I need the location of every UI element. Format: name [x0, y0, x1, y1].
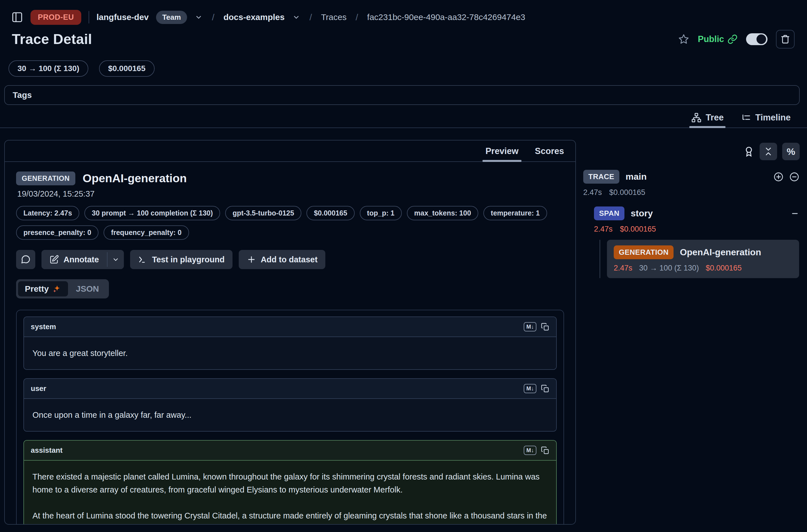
- generation-metrics: 2.47s 30 → 100 (Σ 130) $0.000165: [614, 264, 792, 272]
- message-role: assistant: [31, 446, 63, 455]
- panel-left-icon: [11, 11, 23, 23]
- sparkles-icon: [52, 284, 61, 293]
- trace-cost-badge: $0.000165: [99, 60, 154, 77]
- breadcrumb: PROD-EU langfuse-dev Team / docs-example…: [0, 0, 807, 26]
- observation-preview-panel: Preview Scores GENERATION OpenAI-generat…: [4, 140, 576, 525]
- comment-icon: [21, 254, 31, 265]
- breadcrumb-trace-id: fac231bc-90ee-490a-aa32-78c4269474e3: [367, 13, 525, 22]
- latency-chip: Latency: 2.47s: [16, 206, 79, 220]
- max-tokens-chip: max_tokens: 100: [407, 206, 478, 220]
- trace-type-badge: TRACE: [583, 170, 619, 184]
- observation-title: OpenAI-generation: [83, 172, 187, 185]
- environment-badge: PROD-EU: [31, 10, 81, 25]
- public-toggle[interactable]: [746, 33, 768, 45]
- zoom-out-icon[interactable]: [789, 171, 800, 182]
- public-share-label[interactable]: Public: [698, 34, 737, 44]
- presence-penalty-chip: presence_penalty: 0: [16, 225, 98, 240]
- copy-icon[interactable]: [541, 323, 549, 331]
- message-role: system: [31, 322, 56, 331]
- format-json-button[interactable]: JSON: [68, 281, 107, 297]
- message-text: There existed a majestic planet called L…: [33, 470, 548, 496]
- message-text: You are a great storyteller.: [33, 347, 548, 360]
- format-pretty-button[interactable]: Pretty: [18, 281, 68, 297]
- annotate-dropdown-button[interactable]: [108, 250, 124, 269]
- tab-scores[interactable]: Scores: [535, 146, 564, 162]
- observation-metadata-chips: Latency: 2.47s 30 prompt → 100 completio…: [16, 206, 564, 240]
- message-text: Once upon a time in a galaxy far, far aw…: [33, 408, 548, 421]
- generation-type-badge: GENERATION: [614, 245, 674, 259]
- tree-icon: [691, 112, 702, 123]
- trace-metrics: 2.47s $0.000165: [583, 188, 800, 197]
- tab-tree[interactable]: Tree: [691, 112, 724, 128]
- message-role: user: [31, 384, 46, 393]
- tags-container[interactable]: Tags: [4, 85, 800, 105]
- top-p-chip: top_p: 1: [360, 206, 402, 220]
- model-chip[interactable]: gpt-3.5-turbo-0125: [225, 206, 301, 220]
- star-icon: [678, 34, 689, 45]
- tab-timeline[interactable]: Timeline: [741, 112, 791, 128]
- breadcrumb-separator: /: [212, 12, 214, 23]
- message-card-user: user M↓ Once upon a time in a galaxy far…: [23, 378, 557, 432]
- toggle-knob: [756, 34, 766, 44]
- copy-icon[interactable]: [541, 446, 549, 455]
- annotation-queue-button[interactable]: [743, 146, 754, 157]
- bookmark-star-button[interactable]: [678, 34, 689, 45]
- frequency-penalty-chip: frequency_penalty: 0: [104, 225, 189, 240]
- breadcrumb-separator: /: [356, 12, 358, 23]
- tags-label: Tags: [13, 90, 32, 99]
- observation-type-badge: GENERATION: [16, 171, 75, 185]
- messages-container: system M↓ You are a great storyteller.: [16, 310, 564, 524]
- tree-indent-line: [600, 240, 600, 278]
- token-usage-chip: 30 prompt → 100 completion (Σ 130): [85, 206, 220, 220]
- message-card-assistant: assistant M↓ There existed a majestic pl…: [23, 440, 557, 524]
- breadcrumb-org[interactable]: langfuse-dev: [96, 13, 149, 22]
- chevron-down-icon[interactable]: [292, 13, 301, 21]
- collapse-node-icon[interactable]: [790, 209, 800, 218]
- observation-timestamp: 19/03/2024, 15:25:37: [16, 189, 564, 198]
- message-text: At the heart of Lumina stood the towerin…: [33, 509, 548, 524]
- zoom-in-icon[interactable]: [773, 171, 784, 182]
- trash-icon: [780, 34, 790, 44]
- comments-button[interactable]: [16, 250, 35, 269]
- tab-preview[interactable]: Preview: [485, 146, 518, 162]
- add-to-dataset-button[interactable]: Add to dataset: [239, 250, 325, 269]
- markdown-toggle-icon[interactable]: M↓: [524, 322, 537, 331]
- span-metrics: 2.47s $0.000165: [594, 225, 800, 233]
- collapse-all-button[interactable]: [759, 143, 777, 160]
- timeline-icon: [741, 112, 751, 123]
- span-type-badge: SPAN: [594, 207, 624, 220]
- markdown-toggle-icon[interactable]: M↓: [524, 446, 537, 455]
- copy-icon[interactable]: [541, 384, 549, 393]
- breadcrumb-separator: /: [309, 12, 312, 23]
- trace-tree-panel: % TRACE main 2.47s $0.000165 SPAN story: [576, 140, 807, 278]
- edit-icon: [50, 255, 59, 264]
- message-card-system: system M↓ You are a great storyteller.: [23, 317, 557, 370]
- tree-node-trace[interactable]: TRACE main: [583, 170, 800, 184]
- chevron-down-icon: [112, 255, 120, 264]
- format-toggle: Pretty JSON: [16, 279, 109, 299]
- annotate-button[interactable]: Annotate: [41, 250, 107, 269]
- markdown-toggle-icon[interactable]: M↓: [524, 384, 537, 393]
- sidebar-toggle-button[interactable]: [11, 11, 23, 23]
- temperature-chip: temperature: 1: [483, 206, 547, 220]
- trace-token-usage-badge: 30 → 100 (Σ 130): [8, 60, 88, 77]
- tree-node-span[interactable]: SPAN story: [594, 207, 800, 220]
- cost-chip: $0.000165: [306, 206, 354, 220]
- award-icon: [743, 146, 754, 157]
- divider: [89, 11, 89, 23]
- tree-node-generation-selected[interactable]: GENERATION OpenAI-generation 2.47s 30 → …: [607, 240, 799, 278]
- chevron-down-icon[interactable]: [194, 13, 203, 21]
- page-title: Trace Detail: [12, 31, 92, 48]
- annotate-split-button: Annotate: [41, 250, 124, 269]
- plus-icon: [247, 255, 256, 264]
- show-metrics-button[interactable]: %: [782, 143, 800, 160]
- terminal-icon: [138, 255, 148, 264]
- breadcrumb-project[interactable]: docs-examples: [224, 13, 285, 22]
- breadcrumb-traces-link[interactable]: Traces: [321, 13, 347, 22]
- link-icon: [728, 34, 737, 44]
- delete-trace-button[interactable]: [776, 30, 794, 49]
- view-mode-tabs: Tree Timeline: [0, 105, 807, 128]
- test-in-playground-button[interactable]: Test in playground: [130, 250, 232, 269]
- org-plan-badge: Team: [156, 11, 187, 24]
- fold-vertical-icon: [763, 146, 773, 156]
